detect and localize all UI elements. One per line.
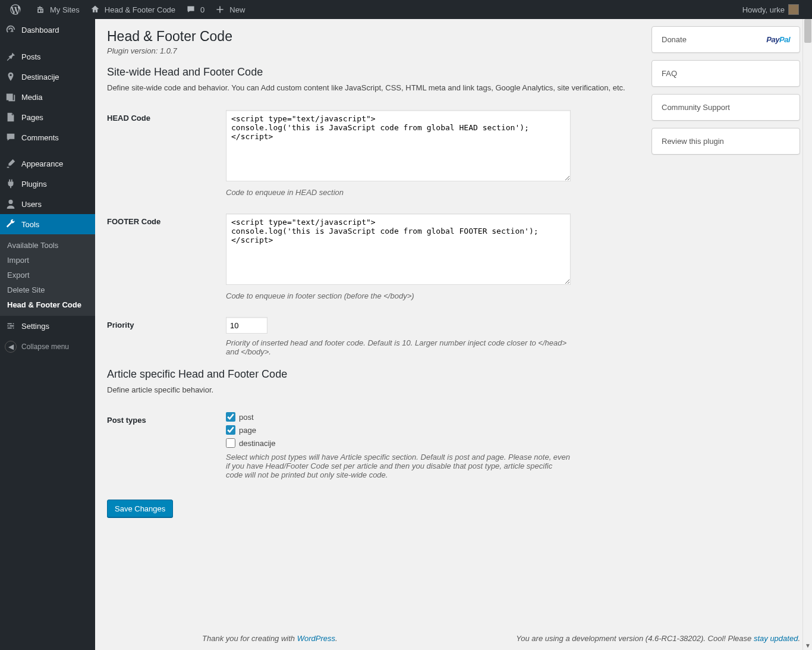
checkbox-page[interactable] [226,425,235,435]
home-icon [89,4,101,15]
menu-label: Settings [21,322,49,331]
footer: Thank you for creating with WordPress. Y… [202,624,800,650]
menu-label: Comments [21,133,59,142]
network-icon [34,4,46,15]
card-donate[interactable]: Donate PayPal [652,26,800,53]
menu-media[interactable]: Media [0,87,95,107]
content-area: Head & Footer Code Plugin version: 1.0.7… [95,19,812,650]
head-code-textarea[interactable] [226,110,571,181]
card-review-label: Review this plugin [662,137,724,146]
save-button[interactable]: Save Changes [107,500,173,517]
card-donate-label: Donate [662,35,687,44]
checkbox-page-label: page [239,426,256,435]
menu-destinacije[interactable]: Destinacije [0,67,95,87]
menu-label: Media [21,93,42,102]
avatar [788,4,799,15]
wrench-icon [5,218,17,230]
new-content-link[interactable]: New [209,0,250,19]
scroll-down-icon[interactable]: ▼ [803,640,812,650]
plugin-version: Plugin version: 1.0.7 [107,46,640,55]
footer-code-help: Code to enqueue in footer section (befor… [226,291,571,300]
comments-icon [5,131,17,143]
menu-posts[interactable]: Posts [0,46,95,67]
submenu-tools: Available Tools Import Export Delete Sit… [0,234,95,316]
footer-dev-text: You are using a development version (4.6… [516,634,754,643]
menu-label: Posts [21,52,41,61]
footer-code-label: FOOTER Code [107,213,226,300]
card-review[interactable]: Review this plugin [652,128,800,155]
card-faq[interactable]: FAQ [652,60,800,87]
submenu-delete-site[interactable]: Delete Site [0,282,95,297]
brush-icon [5,158,17,169]
post-types-help: Select which post types will have Articl… [226,453,571,479]
submenu-available-tools[interactable]: Available Tools [0,238,95,253]
menu-appearance[interactable]: Appearance [0,153,95,174]
menu-tools[interactable]: Tools [0,214,95,234]
comments-bubble-link[interactable]: 0 [180,0,209,19]
paypal-icon: PayPal [766,35,790,44]
section-sitewide-title: Site-wide Head and Footer Code [107,66,640,78]
menu-pages[interactable]: Pages [0,107,95,127]
footer-code-textarea[interactable] [226,213,571,285]
section-article-title: Article specific Head and Footer Code [107,368,640,381]
card-faq-label: FAQ [662,69,677,78]
menu-label: Appearance [21,159,63,168]
card-support[interactable]: Community Support [652,94,800,121]
head-code-help: Code to enqueue in HEAD section [226,188,571,197]
submenu-import[interactable]: Import [0,253,95,268]
checkbox-post-label: post [239,413,254,422]
plug-icon [5,178,17,190]
pin-icon [5,51,17,62]
submenu-export[interactable]: Export [0,268,95,282]
section-article-desc: Define article specific behavior. [107,385,640,394]
menu-label: Plugins [21,180,47,189]
submenu-head-footer-code[interactable]: Head & Footer Code [0,297,95,312]
menu-plugins[interactable]: Plugins [0,174,95,194]
dashboard-icon [5,24,17,36]
new-label: New [229,5,245,14]
wordpress-link[interactable]: WordPress [297,634,335,643]
page-icon [5,111,17,123]
settings-icon [5,320,17,332]
priority-help: Priority of inserted head and footer cod… [226,338,571,356]
menu-users[interactable]: Users [0,194,95,214]
collapse-icon: ◀ [5,341,17,353]
site-home-link[interactable]: Head & Footer Code [84,0,180,19]
menu-label: Destinacije [21,73,59,81]
scrollbar-thumb[interactable] [804,19,811,43]
section-sitewide-desc: Define site-wide code and behavior. You … [107,83,640,92]
card-support-label: Community Support [662,103,730,112]
menu-label: Dashboard [21,26,59,34]
scrollbar[interactable]: ▲ ▼ [802,19,812,650]
user-icon [5,198,17,210]
head-code-label: HEAD Code [107,110,226,197]
post-types-label: Post types [107,412,226,479]
stay-updated-link[interactable]: stay updated [754,634,798,643]
admin-sidebar: Dashboard Posts Destinacije Media Pages [0,19,95,650]
priority-input[interactable] [226,317,267,334]
checkbox-post[interactable] [226,412,235,422]
menu-settings[interactable]: Settings [0,316,95,336]
priority-label: Priority [107,317,226,356]
menu-label: Pages [21,113,43,122]
my-sites-link[interactable]: My Sites [30,0,84,19]
location-icon [5,71,17,83]
my-account-link[interactable]: Howdy, urke [738,0,804,19]
page-title: Head & Footer Code [107,29,640,45]
menu-comments[interactable]: Comments [0,127,95,147]
comment-icon [185,4,197,15]
menu-label: Tools [21,220,39,229]
wp-logo[interactable] [5,0,30,19]
checkbox-destinacije[interactable] [226,438,235,448]
admin-bar: My Sites Head & Footer Code 0 New [0,0,812,19]
collapse-label: Collapse menu [21,343,69,351]
menu-dashboard[interactable]: Dashboard [0,19,95,40]
checkbox-destinacije-label: destinacije [239,439,275,448]
my-sites-label: My Sites [50,5,80,14]
menu-label: Users [21,200,42,209]
media-icon [5,91,17,103]
footer-thanks: Thank you for creating with [202,634,297,643]
comments-count-label: 0 [200,5,204,14]
collapse-menu[interactable]: ◀ Collapse menu [0,336,95,357]
howdy-label: Howdy, urke [742,5,785,14]
